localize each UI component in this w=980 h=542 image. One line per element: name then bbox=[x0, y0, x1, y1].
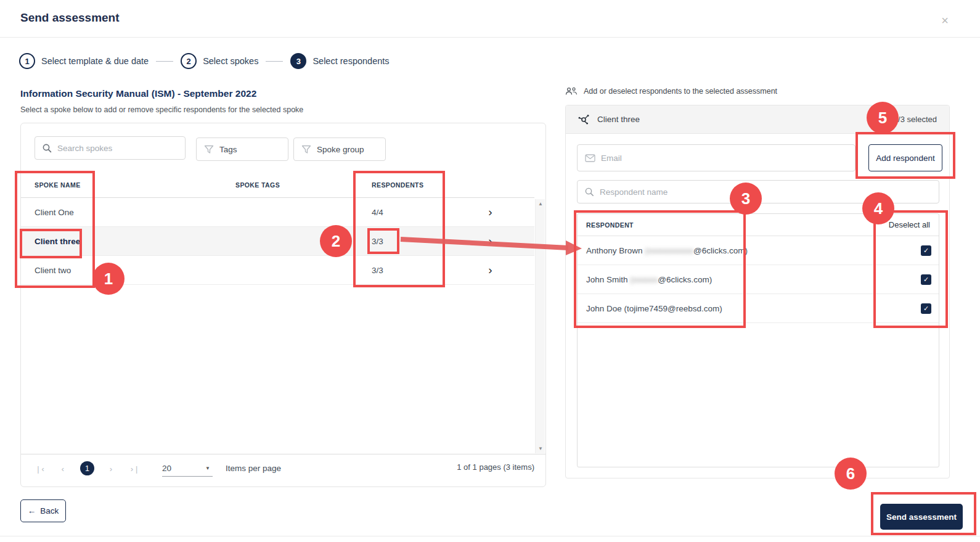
search-icon bbox=[43, 144, 52, 153]
table-row[interactable]: Client One 4/4 › bbox=[21, 198, 534, 227]
respondent-name-search[interactable] bbox=[577, 180, 939, 203]
selected-spoke-name: Client three bbox=[597, 115, 640, 124]
send-assessment-button[interactable]: Send assessment bbox=[880, 504, 963, 530]
pagination-summary: 1 of 1 pages (3 items) bbox=[457, 462, 534, 472]
spoke-name-cell: Client two bbox=[21, 266, 231, 275]
col-header-spoke-tags[interactable]: SPOKE TAGS bbox=[231, 181, 354, 189]
check-icon: ✓ bbox=[923, 305, 929, 313]
respondent-name-text: John Doe (tojime7459@reebsd.com) bbox=[578, 304, 722, 313]
spoke-hub-icon bbox=[578, 113, 590, 125]
step-template-due-date[interactable]: 1 Select template & due date bbox=[19, 53, 149, 69]
search-spokes-field[interactable] bbox=[57, 144, 185, 153]
respondent-checkbox[interactable]: ✓ bbox=[921, 245, 931, 256]
spokes-panel: Tags Spoke group SPOKE NAME SPOKE TAGS R… bbox=[20, 123, 546, 487]
send-assessment-modal: Send assessment × 1 Select template & du… bbox=[0, 0, 980, 542]
selected-spoke-header: Client three 3/3 selected bbox=[566, 105, 949, 134]
next-page-button[interactable]: › bbox=[108, 465, 113, 474]
step-3-label: Select respondents bbox=[312, 56, 389, 66]
chevron-right-icon[interactable]: › bbox=[446, 205, 534, 219]
add-respondent-button[interactable]: Add respondent bbox=[868, 144, 942, 171]
wizard-stepper: 1 Select template & due date 2 Select sp… bbox=[19, 53, 390, 69]
spoke-group-filter-button[interactable]: Spoke group bbox=[293, 138, 386, 161]
back-button-label: Back bbox=[40, 506, 59, 515]
respondent-checkbox[interactable]: ✓ bbox=[921, 274, 931, 285]
close-icon[interactable]: × bbox=[937, 12, 953, 28]
table-scrollbar[interactable]: ▲ ▼ bbox=[535, 199, 545, 453]
respondents-cell: 3/3 bbox=[354, 237, 446, 246]
respondents-instruction: Add or deselect respondents to the selec… bbox=[565, 87, 777, 96]
tags-filter-label: Tags bbox=[219, 145, 237, 154]
people-icon bbox=[565, 87, 578, 96]
tags-filter-button[interactable]: Tags bbox=[196, 138, 288, 161]
col-header-respondents[interactable]: RESPONDENTS bbox=[354, 181, 446, 189]
respondent-row[interactable]: Anthony Brown (xxxxxxxxxxx@6clicks.com) … bbox=[578, 236, 939, 265]
redacted-email: (xxxxxxxxxxx bbox=[645, 246, 693, 255]
email-field[interactable] bbox=[577, 144, 855, 171]
redacted-email: (xxxxxx bbox=[630, 275, 658, 284]
email-input[interactable] bbox=[601, 154, 855, 163]
pagination-bar: |‹ ‹ 1 › ›| 20 ▼ Items per page 1 of 1 p… bbox=[21, 454, 545, 487]
col-header-spoke-name[interactable]: SPOKE NAME bbox=[21, 181, 231, 189]
back-arrow-icon: ← bbox=[28, 506, 36, 515]
last-page-button[interactable]: ›| bbox=[129, 465, 139, 474]
assessment-title: Information Security Manual (ISM) - Sept… bbox=[20, 88, 256, 99]
step-1-label: Select template & due date bbox=[41, 56, 149, 66]
respondents-cell: 4/4 bbox=[354, 208, 446, 217]
funnel-icon bbox=[204, 145, 214, 154]
caret-down-icon: ▼ bbox=[205, 466, 210, 471]
modal-bottom-border bbox=[0, 536, 980, 536]
check-icon: ✓ bbox=[923, 276, 929, 284]
step-2-label: Select spokes bbox=[203, 56, 258, 66]
respondents-table-header: RESPONDENT Deselect all bbox=[578, 214, 939, 236]
table-row[interactable]: Client two 3/3 › bbox=[21, 256, 534, 285]
items-per-page-value: 20 bbox=[162, 464, 171, 473]
search-spokes-input[interactable] bbox=[35, 136, 186, 160]
chevron-right-icon[interactable]: › bbox=[446, 263, 534, 277]
header-divider bbox=[0, 37, 980, 38]
respondent-row[interactable]: John Smith (xxxxxx@6clicks.com) ✓ bbox=[578, 265, 939, 294]
scroll-down-icon[interactable]: ▼ bbox=[536, 446, 545, 451]
respondents-cell: 3/3 bbox=[354, 266, 446, 275]
back-button[interactable]: ← Back bbox=[20, 499, 66, 522]
spokes-table-header: SPOKE NAME SPOKE TAGS RESPONDENTS bbox=[21, 172, 534, 198]
step-connector bbox=[156, 61, 173, 62]
search-icon bbox=[585, 187, 594, 197]
respondents-instruction-text: Add or deselect respondents to the selec… bbox=[584, 87, 777, 96]
respondents-panel: Client three 3/3 selected Add respondent… bbox=[565, 105, 950, 478]
page-title: Send assessment bbox=[20, 11, 120, 25]
respondent-name-text: Anthony Brown (xxxxxxxxxxx@6clicks.com) bbox=[578, 246, 748, 255]
respondent-checkbox[interactable]: ✓ bbox=[921, 303, 931, 314]
deselect-all-link[interactable]: Deselect all bbox=[889, 220, 939, 229]
items-per-page-label: Items per page bbox=[226, 464, 281, 473]
step-1-circle: 1 bbox=[19, 53, 35, 69]
selected-count-badge: 3/3 selected bbox=[894, 115, 937, 124]
assessment-subtitle: Select a spoke below to add or remove sp… bbox=[20, 105, 303, 114]
previous-page-button[interactable]: ‹ bbox=[60, 465, 65, 474]
table-row-selected[interactable]: Client three 3/3 › bbox=[21, 227, 534, 256]
step-select-spokes[interactable]: 2 Select spokes bbox=[181, 53, 258, 69]
spoke-name-cell: Client three bbox=[21, 237, 231, 246]
step-2-circle: 2 bbox=[181, 53, 197, 69]
respondent-name-text: John Smith (xxxxxx@6clicks.com) bbox=[578, 275, 712, 284]
current-page-button[interactable]: 1 bbox=[80, 461, 94, 475]
step-3-circle: 3 bbox=[290, 53, 306, 69]
scroll-up-icon[interactable]: ▲ bbox=[536, 201, 545, 207]
spoke-name-cell: Client One bbox=[21, 208, 231, 217]
respondent-row[interactable]: John Doe (tojime7459@reebsd.com) ✓ bbox=[578, 294, 939, 323]
spoke-group-filter-label: Spoke group bbox=[317, 145, 364, 154]
envelope-icon bbox=[585, 154, 595, 162]
step-select-respondents[interactable]: 3 Select respondents bbox=[290, 53, 389, 69]
chevron-right-icon[interactable]: › bbox=[446, 234, 534, 248]
funnel-icon bbox=[301, 145, 311, 154]
respondents-table: RESPONDENT Deselect all Anthony Brown (x… bbox=[577, 213, 939, 467]
step-connector bbox=[266, 61, 283, 62]
items-per-page-select[interactable]: 20 ▼ bbox=[162, 461, 213, 477]
respondent-name-input[interactable] bbox=[600, 187, 939, 197]
check-icon: ✓ bbox=[923, 247, 929, 255]
col-header-respondent[interactable]: RESPONDENT bbox=[578, 221, 634, 229]
first-page-button[interactable]: |‹ bbox=[36, 465, 46, 474]
